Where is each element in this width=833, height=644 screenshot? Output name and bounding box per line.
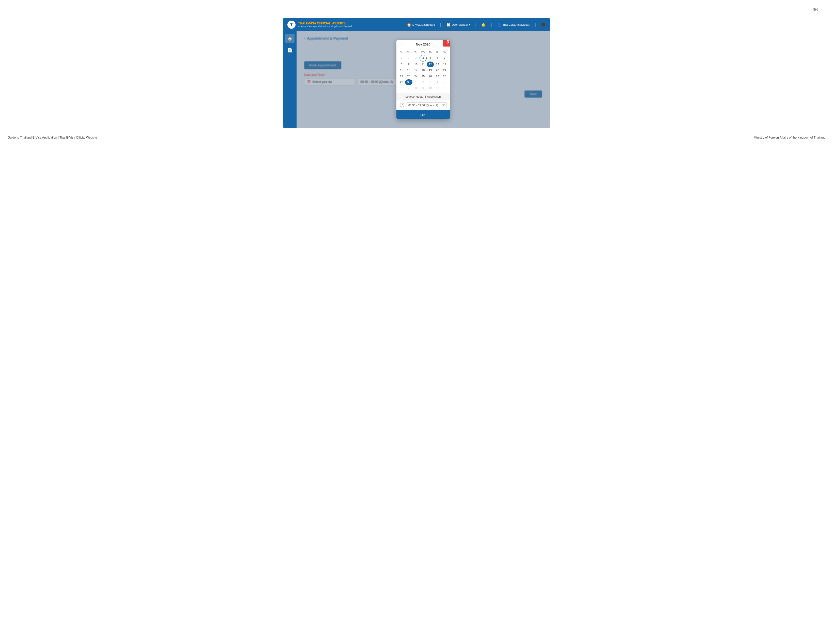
ok-button[interactable]: OK — [396, 110, 450, 119]
top-nav: T THAI E-VISA OFFICIAL WEBSITE Ministry … — [283, 18, 550, 31]
home-icon: 🏠 — [407, 23, 411, 27]
sidebar-item-document[interactable]: 📄 — [285, 45, 294, 55]
manual-icon: 📋 — [446, 23, 450, 27]
nav-logo: T — [288, 21, 296, 29]
main-layout: 🏠 📄 ‹ Appointment & Payment 1 — [283, 31, 550, 128]
nav-item-bell[interactable]: 🔔 — [481, 23, 486, 27]
nav-divider-3: | — [491, 23, 492, 27]
cal-day[interactable]: 13 — [434, 61, 441, 68]
cal-day-30-selected[interactable]: 30 — [405, 79, 412, 85]
logout-icon: ⬛ — [541, 23, 545, 27]
cal-day[interactable]: 3 — [427, 79, 434, 85]
cal-day[interactable]: 23 — [405, 74, 412, 79]
nav-divider-4: | — [535, 23, 536, 27]
cal-month-title: Nov 2020 — [416, 42, 430, 46]
cal-day[interactable]: 5 — [427, 55, 434, 61]
weekday-sa: Sa — [441, 51, 448, 55]
cal-day[interactable]: 8 — [398, 61, 405, 68]
cal-day[interactable]: 6 — [434, 55, 441, 61]
clock-icon: 🕐 — [399, 103, 405, 108]
sidebar-home-icon: 🏠 — [288, 36, 293, 41]
cal-day[interactable]: 1 — [398, 55, 405, 61]
cal-prev-button[interactable]: ‹ — [399, 42, 403, 47]
weekday-su: Su — [398, 51, 405, 55]
cal-day[interactable]: 9 — [405, 61, 412, 68]
cal-day[interactable]: 3 — [412, 55, 420, 61]
sidebar-item-home[interactable]: 🏠 — [285, 34, 294, 43]
cal-day[interactable]: 22 — [398, 74, 405, 79]
weekday-fr: Fr — [434, 51, 441, 55]
cal-day[interactable]: 25 — [420, 74, 427, 79]
cal-day[interactable]: 19 — [427, 68, 434, 73]
cal-day[interactable]: 11 — [420, 61, 427, 68]
nav-right: 🏠 E-Visa Dashboard | 📋 User Manual ▾ | 🔔… — [407, 23, 545, 27]
screenshot-container: T THAI E-VISA OFFICIAL WEBSITE Ministry … — [283, 18, 550, 128]
bell-icon: 🔔 — [481, 23, 486, 27]
cal-day[interactable]: 4 — [434, 79, 441, 85]
cal-day[interactable]: 10 — [412, 61, 420, 68]
cal-day[interactable]: 12 — [441, 85, 448, 91]
cal-day[interactable]: 7 — [405, 85, 412, 91]
nav-item-logout[interactable]: ⬛ — [541, 23, 545, 27]
nav-item-manual-label: User Manual — [452, 23, 468, 26]
cal-day[interactable]: 20 — [434, 68, 441, 73]
nav-item-manual[interactable]: 📋 User Manual ▾ — [446, 23, 470, 27]
footer-left: Guide to Thailand E-Visa Application | T… — [8, 136, 97, 139]
cal-day[interactable]: 6 — [398, 85, 405, 91]
sidebar: 🏠 📄 — [283, 31, 297, 128]
page-number: 36 — [813, 7, 818, 13]
cal-day[interactable]: 9 — [420, 85, 427, 91]
weekday-th: Th — [427, 51, 434, 55]
nav-left: T THAI E-VISA OFFICIAL WEBSITE Ministry … — [288, 21, 352, 29]
footer-right: Ministry of Foreign Affairs of the Kingd… — [754, 136, 825, 139]
nav-title-text: THAI E-VISA — [298, 22, 317, 25]
weekday-tu: Tu — [412, 51, 420, 55]
nav-item-user-label: Thai Evisa (Individual) — [503, 23, 530, 26]
cal-day[interactable]: 26 — [427, 74, 434, 79]
cal-day[interactable]: 17 — [412, 68, 420, 73]
cal-days: 1 2 3 4 5 6 7 8 9 10 11 12 — [398, 55, 448, 91]
user-icon: 👤 — [497, 23, 502, 27]
nav-title-colored: OFFICIAL WEBSITE — [317, 22, 346, 25]
cal-day[interactable]: 10 — [427, 85, 434, 91]
nav-divider-1: | — [440, 23, 441, 27]
nav-title-block: THAI E-VISA OFFICIAL WEBSITE Ministry of… — [298, 22, 352, 28]
cal-day[interactable]: 16 — [405, 68, 412, 73]
cal-day[interactable]: 27 — [434, 74, 441, 79]
cal-day[interactable]: 7 — [441, 55, 448, 61]
nav-item-user[interactable]: 👤 Thai Evisa (Individual) — [497, 23, 530, 27]
quota-bar: Leftover quota: 5 Application — [396, 93, 450, 100]
weekday-we: We — [420, 51, 427, 55]
sidebar-document-icon: 📄 — [288, 48, 293, 53]
cal-day[interactable]: 5 — [441, 79, 448, 85]
step3-badge: 3 — [443, 40, 450, 47]
cal-day[interactable]: 14 — [441, 61, 448, 68]
cal-day[interactable]: 21 — [441, 68, 448, 73]
main-content: ‹ Appointment & Payment 1 Appointment 2 … — [297, 31, 550, 128]
cal-day[interactable]: 29 — [398, 79, 405, 85]
nav-divider-2: | — [475, 23, 476, 27]
footer: Guide to Thailand E-Visa Application | T… — [0, 136, 833, 139]
cal-day-today[interactable]: 12 — [427, 61, 434, 68]
nav-subtitle: Ministry of Foreign Affairs of the Kingd… — [298, 25, 352, 28]
cal-weekdays: Su Mo Tu We Th Fr Sa — [398, 51, 448, 55]
cal-day[interactable]: 28 — [441, 74, 448, 79]
time-slot-row: 🕐 08:30 - 09:00 (Quota: 2) — [396, 100, 450, 110]
nav-item-dashboard[interactable]: 🏠 E-Visa Dashboard — [407, 23, 435, 27]
cal-day[interactable]: 2 — [420, 79, 427, 85]
calendar-modal[interactable]: 3 ‹ Nov 2020 › Su Mo Tu We — [396, 40, 450, 119]
nav-item-dashboard-label: E-Visa Dashboard — [412, 23, 435, 26]
time-slot-select[interactable]: 08:30 - 09:00 (Quota: 2) — [407, 103, 447, 108]
calendar-header: ‹ Nov 2020 › — [396, 40, 450, 49]
cal-day[interactable]: 2 — [405, 55, 412, 61]
manual-chevron-icon: ▾ — [469, 23, 470, 26]
cal-day[interactable]: 18 — [420, 68, 427, 73]
cal-day[interactable]: 15 — [398, 68, 405, 73]
cal-grid: Su Mo Tu We Th Fr Sa 1 2 3 — [396, 49, 450, 93]
cal-day[interactable]: 24 — [412, 74, 420, 79]
cal-day[interactable]: 8 — [412, 85, 420, 91]
cal-day-4[interactable]: 4 — [420, 55, 427, 61]
weekday-mo: Mo — [405, 51, 412, 55]
cal-day[interactable]: 11 — [434, 85, 441, 91]
cal-day[interactable]: 1 — [412, 79, 420, 85]
